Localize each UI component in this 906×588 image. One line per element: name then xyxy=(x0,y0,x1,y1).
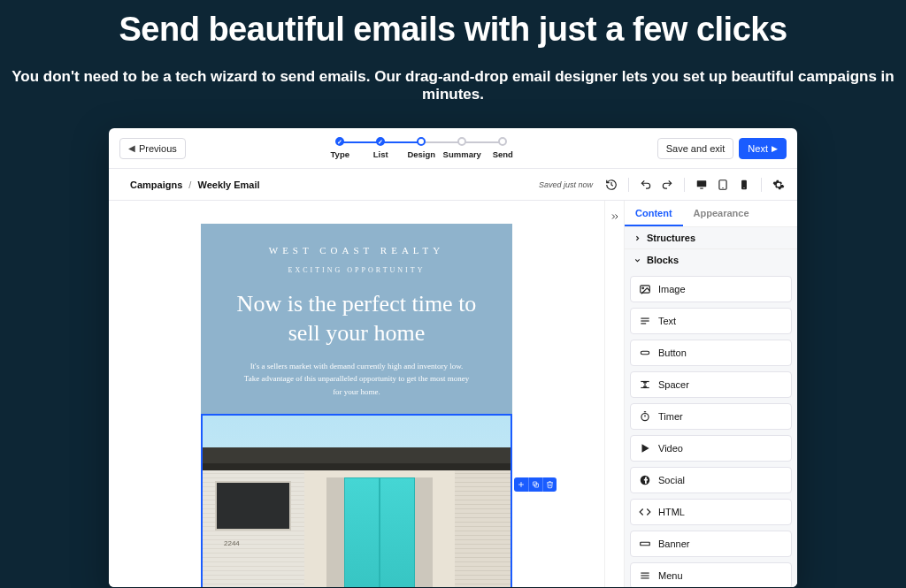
top-bar: ◀ Previous Type List Design xyxy=(109,128,797,169)
delete-block-icon[interactable] xyxy=(542,477,557,492)
canvas[interactable]: WEST COAST REALTY EXCITING OPPORTUNITY N… xyxy=(109,201,604,587)
block-label: Social xyxy=(658,475,685,485)
breadcrumb-current: Weekly Email xyxy=(197,179,259,190)
block-label: Menu xyxy=(658,570,683,581)
block-float-actions xyxy=(514,477,557,492)
section-structures-label: Structures xyxy=(647,233,695,243)
next-button[interactable]: Next ▶ xyxy=(739,138,787,159)
block-item-video[interactable]: Video xyxy=(630,435,792,462)
block-item-menu[interactable]: Menu xyxy=(630,562,792,587)
selected-image-block[interactable]: 2244 xyxy=(201,414,512,587)
step-type[interactable]: Type xyxy=(319,137,360,159)
email-eyebrow: EXCITING OPPORTUNITY xyxy=(201,266,512,290)
video-icon xyxy=(639,442,651,454)
timer-icon xyxy=(639,410,651,423)
step-label: Send xyxy=(493,149,513,159)
block-label: Button xyxy=(658,347,687,358)
previous-button[interactable]: ◀ Previous xyxy=(119,138,186,159)
chevron-right-icon: ▶ xyxy=(772,144,778,153)
blocks-list: Image Text Button Spacer xyxy=(625,271,797,587)
email-headline: Now is the perfect time to sell your hom… xyxy=(201,290,512,360)
step-dot-icon xyxy=(457,137,466,146)
block-label: HTML xyxy=(658,507,685,517)
spacer-icon xyxy=(639,378,651,391)
svg-point-11 xyxy=(642,287,644,289)
tab-appearance[interactable]: Appearance xyxy=(683,201,760,226)
block-item-social[interactable]: Social xyxy=(630,467,792,493)
undo-icon[interactable] xyxy=(640,179,652,191)
html-icon xyxy=(639,506,651,518)
previous-label: Previous xyxy=(139,143,177,154)
step-label: List xyxy=(373,149,388,159)
breadcrumb: Campaigns / Weekly Email xyxy=(130,179,260,190)
desktop-preview-icon[interactable] xyxy=(695,179,708,191)
block-item-spacer[interactable]: Spacer xyxy=(630,371,792,398)
step-list[interactable]: List xyxy=(360,137,401,159)
image-icon xyxy=(639,283,651,295)
saved-status: Saved just now xyxy=(539,180,593,189)
step-label: Summary xyxy=(443,149,481,159)
block-item-image[interactable]: Image xyxy=(630,276,792,302)
social-icon xyxy=(639,474,651,486)
step-label: Type xyxy=(331,149,349,159)
banner-icon xyxy=(639,538,651,550)
save-and-exit-label: Save and exit xyxy=(666,143,726,154)
email-body: It's a sellers market with demand curren… xyxy=(201,360,512,414)
block-label: Spacer xyxy=(658,379,689,390)
toolbar: Saved just now xyxy=(539,178,785,192)
breadcrumb-bar: Campaigns / Weekly Email Saved just now xyxy=(109,169,797,201)
step-label: Design xyxy=(407,149,435,159)
redo-icon[interactable] xyxy=(661,179,673,191)
chevron-right-icon xyxy=(633,234,641,242)
move-block-icon[interactable] xyxy=(514,477,528,492)
step-dot-icon xyxy=(376,137,385,146)
step-dot-icon xyxy=(417,137,426,146)
block-item-button[interactable]: Button xyxy=(630,340,792,366)
block-label: Banner xyxy=(658,538,689,549)
svg-rect-24 xyxy=(641,542,650,546)
sidebar-tabs: Content Appearance xyxy=(625,201,797,227)
mobile-preview-icon[interactable] xyxy=(738,179,750,191)
step-summary[interactable]: Summary xyxy=(441,137,482,159)
email-preview: WEST COAST REALTY EXCITING OPPORTUNITY N… xyxy=(201,224,512,587)
right-sidebar: Content Appearance Structures Blocks xyxy=(624,201,797,587)
email-designer-app: ◀ Previous Type List Design xyxy=(109,128,797,587)
hero-title: Send beautiful emails with just a few cl… xyxy=(0,11,906,49)
menu-icon xyxy=(639,569,651,582)
svg-point-5 xyxy=(743,187,744,187)
block-item-html[interactable]: HTML xyxy=(630,499,792,525)
email-brand: WEST COAST REALTY xyxy=(201,224,512,266)
block-label: Timer xyxy=(658,411,683,422)
step-dot-icon xyxy=(498,137,507,146)
block-label: Text xyxy=(658,316,676,326)
block-label: Video xyxy=(658,443,683,454)
step-design[interactable]: Design xyxy=(401,137,441,159)
svg-rect-15 xyxy=(641,351,649,355)
svg-marker-22 xyxy=(642,444,649,452)
tablet-preview-icon[interactable] xyxy=(717,179,729,191)
section-structures[interactable]: Structures xyxy=(625,227,797,249)
svg-rect-1 xyxy=(700,187,703,188)
tab-content[interactable]: Content xyxy=(625,201,683,226)
next-label: Next xyxy=(748,143,768,154)
step-dot-icon xyxy=(335,137,344,146)
svg-rect-0 xyxy=(697,180,707,187)
breadcrumb-root[interactable]: Campaigns xyxy=(130,179,182,190)
history-icon[interactable] xyxy=(605,179,618,191)
collapse-sidebar-button[interactable] xyxy=(604,201,624,587)
settings-icon[interactable] xyxy=(772,179,785,191)
house-number: 2244 xyxy=(224,539,240,547)
section-blocks[interactable]: Blocks xyxy=(625,249,797,271)
block-item-timer[interactable]: Timer xyxy=(630,403,792,430)
block-item-text[interactable]: Text xyxy=(630,308,792,334)
save-and-exit-button[interactable]: Save and exit xyxy=(657,138,734,159)
block-label: Image xyxy=(658,284,686,294)
duplicate-block-icon[interactable] xyxy=(528,477,542,492)
chevron-left-icon: ◀ xyxy=(128,143,135,153)
section-blocks-label: Blocks xyxy=(647,255,679,265)
button-icon xyxy=(639,347,651,359)
step-send[interactable]: Send xyxy=(482,137,523,159)
text-icon xyxy=(639,315,651,327)
block-item-banner[interactable]: Banner xyxy=(630,531,792,557)
chevron-down-icon xyxy=(633,256,641,264)
